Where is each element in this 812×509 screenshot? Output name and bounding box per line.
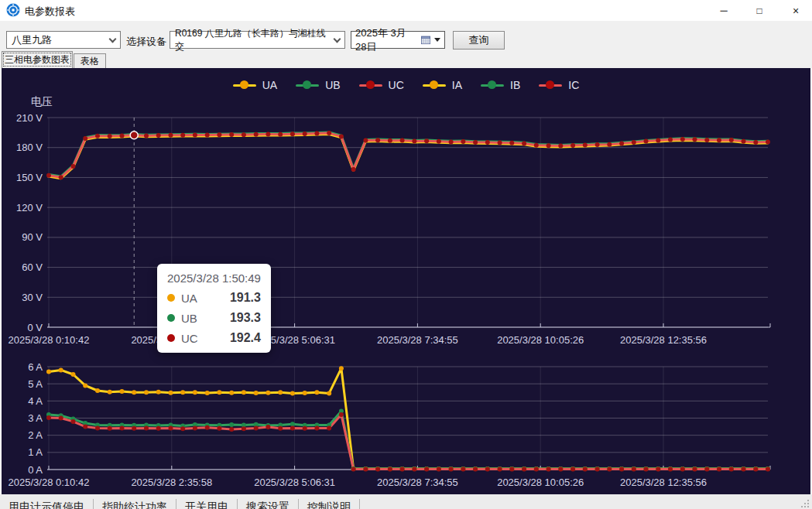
close-icon: × (793, 5, 799, 17)
highlighted-point (130, 132, 138, 139)
svg-text:90 V: 90 V (22, 231, 43, 243)
tab-chart-label: 三相电参数图表 (5, 53, 70, 67)
current-chart: 0 A1 A2 A3 A4 A5 A6 A2025/3/28 0:10:4220… (9, 361, 770, 489)
svg-text:2025/3/28 12:35:56: 2025/3/28 12:35:56 (620, 477, 707, 488)
tab-table[interactable]: 表格 (74, 53, 106, 68)
query-button[interactable]: 查询 (453, 31, 505, 50)
legend-item-IB[interactable]: IB (481, 79, 520, 91)
svg-text:2025/3/28 7:34:55: 2025/3/28 7:34:55 (377, 334, 458, 346)
minimize-icon: ─ (720, 5, 727, 16)
series-dot-icon (167, 334, 175, 342)
legend-item-IC[interactable]: IC (539, 79, 579, 91)
series-line-IC (49, 415, 768, 470)
svg-text:4 A: 4 A (28, 395, 43, 407)
status-strip: 用电计示值停电指助统计功率开关用电搜索设置控制说明 (0, 499, 360, 509)
legend-swatch-icon (539, 80, 562, 90)
svg-text:3 A: 3 A (28, 412, 43, 424)
svg-text:2 A: 2 A (28, 429, 43, 441)
legend-item-UB[interactable]: UB (296, 79, 340, 91)
svg-text:0 V: 0 V (27, 322, 43, 333)
charts-canvas: 0 V30 V60 V90 V120 V150 V180 V210 V2025/… (2, 68, 810, 494)
svg-text:30 V: 30 V (22, 292, 43, 303)
svg-text:150 V: 150 V (16, 172, 43, 183)
maximize-icon: □ (756, 5, 762, 16)
chart-panel: UAUBUCIAIBIC 0 V30 V60 V90 V120 V150 V18… (2, 68, 810, 494)
tooltip-series-label: UA (181, 292, 197, 305)
date-picker-value: 2025年 3月28日 (355, 26, 417, 54)
tooltip-row: UC192.4 (167, 331, 261, 345)
tabstrip: 三相电参数图表 表格 (0, 51, 812, 68)
legend-item-IA[interactable]: IA (423, 79, 462, 91)
device-combobox[interactable]: R0169 八里九路（长丰路）与湘桂线交 (170, 31, 345, 49)
svg-text:2025/3/28 2:35:58: 2025/3/28 2:35:58 (131, 477, 212, 488)
tab-chart[interactable]: 三相电参数图表 (2, 51, 73, 68)
series-markers-IA (46, 366, 770, 471)
status-strip-item[interactable]: 开关用电 (176, 499, 238, 509)
series-line-IB (49, 412, 768, 469)
svg-text:210 V: 210 V (16, 112, 43, 124)
legend-label: IB (510, 79, 520, 91)
report-window: 电参数报表 ─ □ × 八里九路 选择设备 R0169 八里九路（长丰路）与湘桂… (0, 0, 812, 509)
tooltip-row: UB193.3 (167, 311, 261, 325)
legend-label: UB (325, 79, 340, 91)
legend-label: UC (389, 79, 404, 91)
status-strip-item[interactable]: 控制说明 (299, 499, 360, 509)
svg-text:120 V: 120 V (16, 202, 43, 214)
tooltip-time: 2025/3/28 1:50:49 (167, 272, 261, 285)
legend: UAUBUCIAIBIC (2, 79, 810, 91)
chevron-down-icon (434, 38, 440, 42)
svg-text:60 V: 60 V (22, 261, 43, 273)
query-button-label: 查询 (469, 33, 489, 47)
legend-swatch-icon (423, 80, 446, 90)
tab-table-label: 表格 (81, 55, 99, 68)
status-strip-item[interactable]: 指助统计功率 (94, 499, 176, 509)
tooltip-row: UA191.3 (167, 291, 261, 305)
legend-swatch-icon (481, 80, 504, 90)
legend-swatch-icon (233, 80, 256, 90)
tooltip-series-value: 191.3 (213, 291, 261, 305)
legend-label: IA (452, 79, 462, 91)
svg-text:1 A: 1 A (28, 446, 43, 458)
tooltip-series-label: UB (181, 312, 197, 325)
calendar-icon (421, 35, 430, 45)
legend-label: IC (568, 79, 579, 91)
svg-text:2025/3/28 10:05:26: 2025/3/28 10:05:26 (497, 477, 584, 488)
device-combobox-value: R0169 八里九路（长丰路）与湘桂线交 (175, 27, 334, 53)
voltage-chart: 0 V30 V60 V90 V120 V150 V180 V210 V2025/… (9, 95, 770, 346)
date-picker[interactable]: 2025年 3月28日 (351, 31, 445, 49)
resize-grip-icon[interactable] (801, 500, 810, 508)
window-title: 电参数报表 (25, 5, 75, 19)
titlebar: 电参数报表 ─ □ × (0, 0, 812, 21)
close-button[interactable]: × (782, 0, 810, 21)
series-dot-icon (167, 294, 175, 302)
area-combobox[interactable]: 八里九路 (6, 31, 121, 49)
svg-text:2025/3/28 5:06:31: 2025/3/28 5:06:31 (254, 477, 335, 488)
status-strip-item[interactable]: 用电计示值停电 (0, 499, 94, 509)
area-combobox-value: 八里九路 (12, 33, 52, 47)
bottom-strip: 用电计示值停电指助统计功率开关用电搜索设置控制说明 (0, 494, 812, 509)
legend-swatch-icon (359, 80, 382, 90)
svg-text:2025/3/28 0:10:42: 2025/3/28 0:10:42 (9, 334, 90, 346)
svg-text:0 A: 0 A (28, 464, 43, 476)
status-strip-item[interactable]: 搜索设置 (238, 499, 299, 509)
series-line-IA (49, 368, 768, 469)
svg-text:6 A: 6 A (28, 361, 43, 373)
series-dot-icon (167, 314, 175, 322)
chevron-down-icon (109, 35, 117, 43)
svg-text:2025/3/28 12:35:56: 2025/3/28 12:35:56 (620, 334, 707, 346)
svg-text:2025/3/28 0:10:42: 2025/3/28 0:10:42 (9, 477, 90, 488)
svg-text:电压: 电压 (31, 95, 53, 108)
svg-text:180 V: 180 V (16, 142, 43, 153)
device-label: 选择设备 (126, 35, 166, 49)
minimize-button[interactable]: ─ (711, 0, 737, 21)
app-icon (6, 3, 20, 17)
legend-label: UA (262, 79, 277, 91)
legend-item-UC[interactable]: UC (359, 79, 404, 91)
legend-item-UA[interactable]: UA (233, 79, 277, 91)
chevron-down-icon (334, 35, 341, 43)
maximize-button[interactable]: □ (746, 0, 773, 21)
series-markers-IC (46, 412, 770, 472)
svg-text:5 A: 5 A (28, 378, 43, 390)
chart-tooltip: 2025/3/28 1:50:49 UA191.3UB193.3UC192.4 (157, 264, 271, 353)
legend-swatch-icon (296, 80, 319, 90)
